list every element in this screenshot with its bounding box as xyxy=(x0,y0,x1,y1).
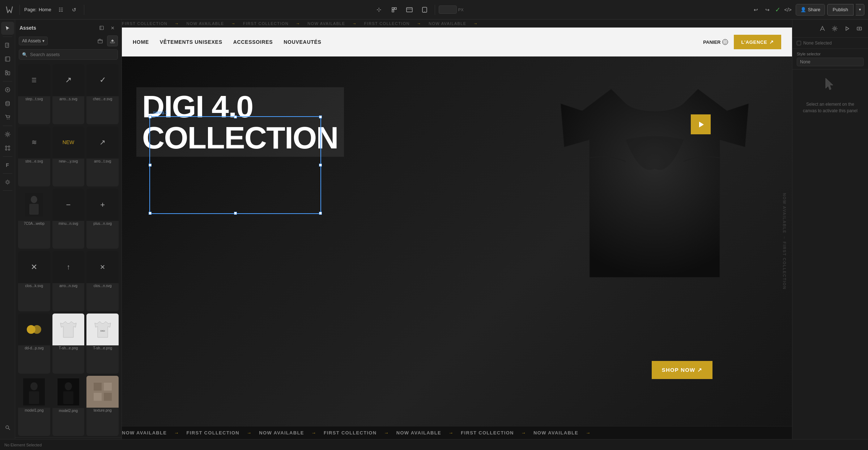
tool-pages[interactable] xyxy=(1,39,14,52)
tool-frame[interactable] xyxy=(388,3,401,16)
asset-item[interactable]: model2.png xyxy=(52,376,85,436)
asset-thumb: ≋ xyxy=(18,126,50,159)
asset-thumb: NEW xyxy=(52,126,85,159)
assets-panel: Assets ✕ All Assets ▾ 🔍 ☰ step...t.svg xyxy=(15,20,122,450)
lt-separator-1 xyxy=(3,37,12,37)
right-panel-empty-text: Select an element on the canvas to activ… xyxy=(800,101,861,114)
asset-item[interactable]: ✓ chec...e.svg xyxy=(86,64,119,124)
assets-collapse-btn[interactable] xyxy=(97,23,106,33)
assets-add-folder-btn[interactable] xyxy=(95,36,105,46)
assets-close-btn[interactable]: ✕ xyxy=(108,23,117,33)
rp-custom-icon[interactable] xyxy=(854,23,865,34)
svg-marker-47 xyxy=(699,122,704,127)
svg-rect-11 xyxy=(8,72,10,75)
search-input[interactable] xyxy=(19,49,118,60)
undo-button[interactable]: ↩ xyxy=(750,4,761,15)
nav-nouveautes[interactable]: NOUVEAUTÉS xyxy=(284,39,321,45)
svg-point-17 xyxy=(7,119,8,119)
assets-title: Assets xyxy=(20,25,36,31)
rp-style-icon[interactable] xyxy=(817,23,828,34)
topbar-action-btn-1[interactable]: ☷ xyxy=(56,4,67,15)
asset-item[interactable]: NEW new-...y.svg xyxy=(52,126,85,186)
tool-settings[interactable] xyxy=(1,128,14,141)
assets-filter-dropdown[interactable]: All Assets ▾ xyxy=(19,37,48,45)
code-view-button[interactable]: </> xyxy=(783,4,793,15)
shop-now-button[interactable]: SHOP NOW ↗ xyxy=(652,361,712,379)
svg-rect-31 xyxy=(110,42,115,43)
svg-rect-12 xyxy=(5,71,7,72)
nav-accessoires[interactable]: ACCESSOIRES xyxy=(233,39,273,45)
asset-item[interactable]: ☰ step...t.svg xyxy=(18,64,50,124)
width-input[interactable]: 992 xyxy=(439,5,457,14)
tool-select[interactable] xyxy=(1,22,14,35)
bticker-item: NOW AVAILABLE xyxy=(122,430,167,436)
assets-upload-btn[interactable] xyxy=(107,35,118,46)
rp-settings-icon[interactable] xyxy=(829,23,841,34)
asset-item[interactable]: DIGI T-sh...e.png xyxy=(86,314,119,374)
asset-item[interactable]: ↗ arro...s.svg xyxy=(52,64,85,124)
svg-point-22 xyxy=(5,149,7,150)
nav-panier[interactable]: PANIER ⓘ xyxy=(703,39,728,45)
nav-vetements[interactable]: VÊTEMENTS UNISEXES xyxy=(160,39,222,45)
nav-lagence-btn[interactable]: L'AGENCE ↗ xyxy=(734,35,781,49)
canvas-area[interactable]: NOW AVAILABLE → FIRST COLLECTION → FIRST… xyxy=(122,20,792,439)
rp-interact-icon[interactable] xyxy=(841,23,853,34)
tool-search[interactable] xyxy=(1,421,14,434)
publish-button[interactable]: Publish xyxy=(827,4,854,16)
tool-ecommerce[interactable] xyxy=(1,111,14,124)
bticker-arrow: → xyxy=(448,430,454,436)
hero-vertical-text: NOW AVAILABLE → FIRST COLLECTION xyxy=(782,56,787,426)
style-selector-section: Style selector None xyxy=(792,49,868,70)
bticker-item: FIRST COLLECTION xyxy=(324,430,376,436)
asset-item[interactable]: − minu...n.svg xyxy=(52,189,85,249)
topbar-actions: ☷ ↺ xyxy=(56,4,80,15)
asset-item[interactable]: 7C0A...webp xyxy=(18,189,50,249)
asset-item[interactable]: T-sh...e.png xyxy=(52,314,85,374)
bticker-arrow: → xyxy=(384,430,389,436)
ticker-item: NOW AVAILABLE xyxy=(429,21,466,26)
nav-home[interactable]: HOME xyxy=(133,39,149,45)
tool-tablet[interactable] xyxy=(418,3,431,16)
ticker-arrow: → xyxy=(175,21,179,26)
tool-add[interactable] xyxy=(1,83,14,96)
asset-item[interactable]: dd-d...p.svg xyxy=(18,314,50,374)
tool-interactions[interactable] xyxy=(1,176,14,189)
tool-cursor[interactable]: ⊹ xyxy=(373,3,386,16)
ticker-item: NOW AVAILABLE xyxy=(186,21,224,26)
asset-item[interactable]: ↗ arro...t.svg xyxy=(86,126,119,186)
asset-item[interactable]: ✕ clos...n.svg xyxy=(86,251,119,311)
topbar-action-btn-2[interactable]: ↺ xyxy=(69,4,80,15)
tool-navigator[interactable] xyxy=(1,52,14,66)
asset-item[interactable]: ↑ arro...n.svg xyxy=(52,251,85,311)
assets-grid: ☰ step...t.svg ↗ arro...s.svg ✓ chec...e… xyxy=(15,63,122,437)
publish-caret-button[interactable]: ▾ xyxy=(856,4,864,16)
site-preview: FIRST COLLECTION → NOW AVAILABLE → FIRST… xyxy=(122,20,792,439)
asset-label: new-...y.svg xyxy=(52,159,85,165)
asset-item[interactable]: + plus...n.svg xyxy=(86,189,119,249)
redo-button[interactable]: ↪ xyxy=(762,4,773,15)
asset-item[interactable]: ✕ clos...k.svg xyxy=(18,251,50,311)
tool-section[interactable] xyxy=(403,3,416,16)
asset-item[interactable]: ≋ stre...e.svg xyxy=(18,126,50,186)
tool-fonts[interactable]: F xyxy=(1,159,14,172)
asset-thumb: ↗ xyxy=(86,126,119,159)
tool-logic[interactable] xyxy=(1,142,14,155)
svg-line-27 xyxy=(8,428,10,430)
asset-thumb: ☰ xyxy=(18,64,50,96)
bottom-ticker: NOW AVAILABLE → FIRST COLLECTION → NOW A… xyxy=(122,426,792,439)
tool-cms[interactable] xyxy=(1,97,14,110)
svg-rect-28 xyxy=(100,26,103,30)
viewport-width: 992 PX xyxy=(439,5,464,14)
asset-label: plus...n.svg xyxy=(86,221,119,227)
hero-play-button[interactable] xyxy=(691,114,711,134)
svg-rect-41 xyxy=(63,391,73,404)
asset-item[interactable]: model1.png xyxy=(18,376,50,436)
svg-rect-43 xyxy=(94,383,102,391)
asset-item[interactable]: texture.png xyxy=(86,376,119,436)
asset-thumb: + xyxy=(86,189,119,221)
tool-assets[interactable] xyxy=(1,66,14,79)
svg-point-40 xyxy=(65,382,72,390)
page-name: Home xyxy=(39,7,51,12)
share-button[interactable]: 👤 Share xyxy=(796,4,825,16)
style-selector-input[interactable]: None xyxy=(797,58,864,66)
